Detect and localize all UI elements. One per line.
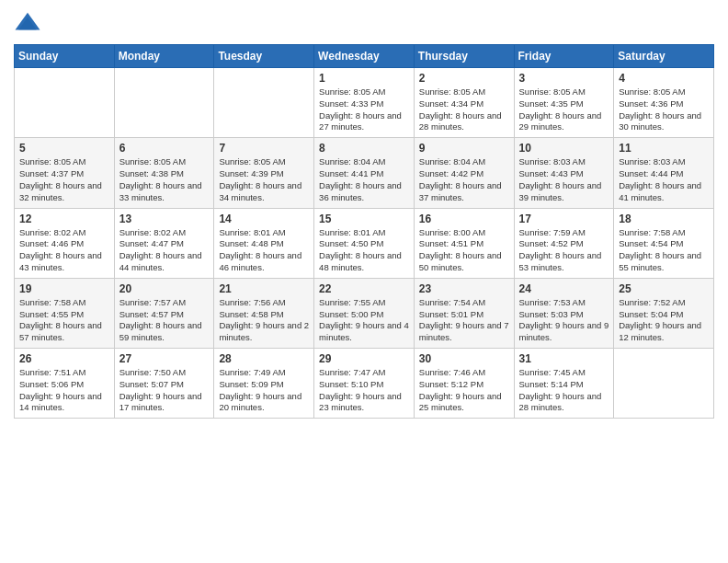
day-number: 10 (519, 142, 609, 155)
calendar-day-7: 7Sunrise: 8:05 AM Sunset: 4:39 PM Daylig… (214, 138, 314, 208)
weekday-row: SundayMondayTuesdayWednesdayThursdayFrid… (15, 45, 714, 68)
day-number: 24 (519, 282, 609, 295)
day-number: 26 (19, 352, 109, 365)
calendar-day-3: 3Sunrise: 8:05 AM Sunset: 4:35 PM Daylig… (514, 68, 614, 138)
calendar-day-28: 28Sunrise: 7:49 AM Sunset: 5:09 PM Dayli… (214, 349, 314, 419)
calendar-header: SundayMondayTuesdayWednesdayThursdayFrid… (15, 45, 714, 68)
calendar-empty (114, 68, 214, 138)
day-number: 11 (619, 142, 709, 155)
day-info: Sunrise: 7:49 AM Sunset: 5:09 PM Dayligh… (219, 367, 309, 414)
day-info: Sunrise: 7:58 AM Sunset: 4:55 PM Dayligh… (19, 297, 109, 344)
calendar-week-2: 12Sunrise: 8:02 AM Sunset: 4:46 PM Dayli… (15, 208, 714, 278)
day-info: Sunrise: 8:05 AM Sunset: 4:34 PM Dayligh… (419, 86, 509, 133)
weekday-header-friday: Friday (514, 45, 614, 68)
calendar-day-8: 8Sunrise: 8:04 AM Sunset: 4:41 PM Daylig… (314, 138, 415, 208)
page-header (14, 9, 714, 37)
weekday-header-wednesday: Wednesday (314, 45, 415, 68)
calendar-week-0: 1Sunrise: 8:05 AM Sunset: 4:33 PM Daylig… (15, 68, 714, 138)
weekday-header-saturday: Saturday (614, 45, 714, 68)
day-info: Sunrise: 8:00 AM Sunset: 4:51 PM Dayligh… (419, 227, 509, 274)
calendar-day-10: 10Sunrise: 8:03 AM Sunset: 4:43 PM Dayli… (514, 138, 614, 208)
weekday-header-tuesday: Tuesday (214, 45, 314, 68)
day-info: Sunrise: 8:02 AM Sunset: 4:47 PM Dayligh… (119, 227, 210, 274)
calendar-day-21: 21Sunrise: 7:56 AM Sunset: 4:58 PM Dayli… (214, 278, 314, 348)
weekday-header-monday: Monday (114, 45, 214, 68)
calendar-day-23: 23Sunrise: 7:54 AM Sunset: 5:01 PM Dayli… (414, 278, 514, 348)
day-info: Sunrise: 8:03 AM Sunset: 4:44 PM Dayligh… (619, 156, 709, 203)
calendar-day-2: 2Sunrise: 8:05 AM Sunset: 4:34 PM Daylig… (414, 68, 514, 138)
calendar-empty (614, 349, 714, 419)
day-info: Sunrise: 7:51 AM Sunset: 5:06 PM Dayligh… (19, 367, 109, 414)
calendar-day-6: 6Sunrise: 8:05 AM Sunset: 4:38 PM Daylig… (114, 138, 214, 208)
day-info: Sunrise: 8:01 AM Sunset: 4:50 PM Dayligh… (319, 227, 409, 274)
weekday-header-sunday: Sunday (15, 45, 115, 68)
calendar-week-3: 19Sunrise: 7:58 AM Sunset: 4:55 PM Dayli… (15, 278, 714, 348)
calendar-day-4: 4Sunrise: 8:05 AM Sunset: 4:36 PM Daylig… (614, 68, 714, 138)
day-info: Sunrise: 8:03 AM Sunset: 4:43 PM Dayligh… (519, 156, 609, 203)
calendar-day-15: 15Sunrise: 8:01 AM Sunset: 4:50 PM Dayli… (314, 208, 415, 278)
day-number: 21 (219, 282, 309, 295)
calendar-body: 1Sunrise: 8:05 AM Sunset: 4:33 PM Daylig… (15, 68, 714, 419)
logo-icon (14, 9, 41, 37)
day-number: 22 (319, 282, 409, 295)
calendar-day-9: 9Sunrise: 8:04 AM Sunset: 4:42 PM Daylig… (414, 138, 514, 208)
calendar-empty (15, 68, 115, 138)
calendar-week-1: 5Sunrise: 8:05 AM Sunset: 4:37 PM Daylig… (15, 138, 714, 208)
calendar-empty (214, 68, 314, 138)
day-number: 8 (319, 142, 409, 155)
day-info: Sunrise: 8:05 AM Sunset: 4:33 PM Dayligh… (319, 86, 409, 133)
day-number: 30 (419, 352, 509, 365)
day-number: 5 (19, 142, 109, 155)
logo (14, 9, 45, 37)
day-info: Sunrise: 7:57 AM Sunset: 4:57 PM Dayligh… (119, 297, 210, 344)
day-info: Sunrise: 7:50 AM Sunset: 5:07 PM Dayligh… (119, 367, 210, 414)
day-number: 23 (419, 282, 509, 295)
calendar-day-11: 11Sunrise: 8:03 AM Sunset: 4:44 PM Dayli… (614, 138, 714, 208)
day-info: Sunrise: 7:59 AM Sunset: 4:52 PM Dayligh… (519, 227, 609, 274)
calendar-day-14: 14Sunrise: 8:01 AM Sunset: 4:48 PM Dayli… (214, 208, 314, 278)
day-number: 25 (619, 282, 709, 295)
day-info: Sunrise: 8:05 AM Sunset: 4:35 PM Dayligh… (519, 86, 609, 133)
day-info: Sunrise: 8:05 AM Sunset: 4:39 PM Dayligh… (219, 156, 309, 203)
day-info: Sunrise: 7:52 AM Sunset: 5:04 PM Dayligh… (619, 297, 709, 344)
day-info: Sunrise: 8:05 AM Sunset: 4:36 PM Dayligh… (619, 86, 709, 133)
day-info: Sunrise: 8:04 AM Sunset: 4:41 PM Dayligh… (319, 156, 409, 203)
day-number: 28 (219, 352, 309, 365)
day-number: 29 (319, 352, 409, 365)
day-info: Sunrise: 8:05 AM Sunset: 4:37 PM Dayligh… (19, 156, 109, 203)
day-info: Sunrise: 7:58 AM Sunset: 4:54 PM Dayligh… (619, 227, 709, 274)
calendar-day-22: 22Sunrise: 7:55 AM Sunset: 5:00 PM Dayli… (314, 278, 415, 348)
day-number: 14 (219, 213, 309, 225)
calendar-day-31: 31Sunrise: 7:45 AM Sunset: 5:14 PM Dayli… (514, 349, 614, 419)
day-number: 19 (19, 282, 109, 295)
calendar-day-25: 25Sunrise: 7:52 AM Sunset: 5:04 PM Dayli… (614, 278, 714, 348)
calendar-week-4: 26Sunrise: 7:51 AM Sunset: 5:06 PM Dayli… (15, 349, 714, 419)
day-number: 17 (519, 213, 609, 225)
day-info: Sunrise: 7:53 AM Sunset: 5:03 PM Dayligh… (519, 297, 609, 344)
calendar-day-1: 1Sunrise: 8:05 AM Sunset: 4:33 PM Daylig… (314, 68, 415, 138)
calendar-day-26: 26Sunrise: 7:51 AM Sunset: 5:06 PM Dayli… (15, 349, 115, 419)
calendar-day-20: 20Sunrise: 7:57 AM Sunset: 4:57 PM Dayli… (114, 278, 214, 348)
day-number: 12 (19, 213, 109, 225)
calendar-day-19: 19Sunrise: 7:58 AM Sunset: 4:55 PM Dayli… (15, 278, 115, 348)
calendar-day-18: 18Sunrise: 7:58 AM Sunset: 4:54 PM Dayli… (614, 208, 714, 278)
day-info: Sunrise: 7:54 AM Sunset: 5:01 PM Dayligh… (419, 297, 509, 344)
day-number: 2 (419, 72, 509, 85)
calendar-day-13: 13Sunrise: 8:02 AM Sunset: 4:47 PM Dayli… (114, 208, 214, 278)
day-info: Sunrise: 7:45 AM Sunset: 5:14 PM Dayligh… (519, 367, 609, 414)
day-number: 4 (619, 72, 709, 85)
day-info: Sunrise: 8:01 AM Sunset: 4:48 PM Dayligh… (219, 227, 309, 274)
day-number: 31 (519, 352, 609, 365)
day-info: Sunrise: 7:46 AM Sunset: 5:12 PM Dayligh… (419, 367, 509, 414)
weekday-header-thursday: Thursday (414, 45, 514, 68)
day-number: 13 (119, 213, 210, 225)
day-number: 18 (619, 213, 709, 225)
day-number: 9 (419, 142, 509, 155)
day-info: Sunrise: 7:55 AM Sunset: 5:00 PM Dayligh… (319, 297, 409, 344)
day-number: 7 (219, 142, 309, 155)
day-info: Sunrise: 7:56 AM Sunset: 4:58 PM Dayligh… (219, 297, 309, 344)
day-number: 15 (319, 213, 409, 225)
day-info: Sunrise: 7:47 AM Sunset: 5:10 PM Dayligh… (319, 367, 409, 414)
calendar-day-24: 24Sunrise: 7:53 AM Sunset: 5:03 PM Dayli… (514, 278, 614, 348)
day-info: Sunrise: 8:05 AM Sunset: 4:38 PM Dayligh… (119, 156, 210, 203)
